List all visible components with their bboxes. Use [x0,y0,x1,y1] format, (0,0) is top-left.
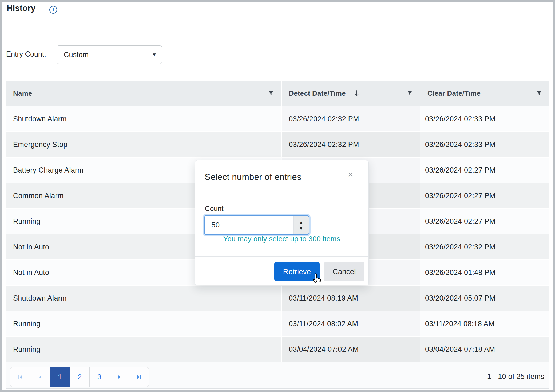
table-row: Shutdown Alarm03/11/2024 08:19 AM03/20/2… [6,285,549,311]
pagination: 1 2 3 1 - 10 of 25 items [6,362,549,389]
cell-name: Running [6,337,281,362]
info-icon[interactable]: i [49,6,57,14]
page-title: History [7,3,35,13]
chevron-down-icon: ▼ [153,52,156,57]
entry-count-value: Custom [57,51,89,59]
cell-clear: 03/26/2024 02:33 PM [420,106,549,131]
spin-up-icon[interactable]: ▲ [300,221,303,224]
column-header-detect[interactable]: Detect Date/Time [281,81,420,106]
dialog-title: Select number of entries [205,172,301,182]
cell-clear: 03/26/2024 02:27 PM [420,209,549,234]
cancel-button[interactable]: Cancel [324,262,364,281]
pager-buttons: 1 2 3 [10,367,149,387]
cell-clear: 03/04/2024 07:18 AM [420,337,549,362]
cell-name: Shutdown Alarm [6,286,281,311]
cell-clear: 03/11/2024 08:18 AM [420,311,549,336]
next-page-button[interactable] [109,367,129,387]
spin-down-icon[interactable]: ▼ [300,226,303,230]
cell-detect: 03/04/2024 07:02 AM [281,337,420,362]
retrieve-button[interactable]: Retrieve [274,262,320,281]
column-header-clear[interactable]: Clear Date/Time [420,81,549,106]
entry-count-select[interactable]: Custom ▼ [57,45,162,64]
cell-clear: 03/26/2024 02:32 PM [420,234,549,259]
count-input-wrapper: ▲ ▼ [204,215,309,235]
last-page-button[interactable] [129,367,149,387]
table-header-row: Name Detect Date/Time Clear Date/Time [6,81,549,106]
cell-clear: 03/26/2024 02:27 PM [420,158,549,183]
table-row: Running03/04/2024 07:02 AM03/04/2024 07:… [6,336,549,362]
dialog-header-divider [195,193,368,193]
cell-detect: 03/11/2024 08:02 AM [281,311,420,336]
filter-icon[interactable] [407,91,412,96]
cell-clear: 03/26/2024 01:48 PM [420,260,549,285]
count-label: Count [205,205,223,213]
entry-count-label: Entry Count: [6,50,46,58]
cell-detect: 03/26/2024 02:32 PM [281,132,420,157]
dialog-footer-divider [195,256,368,257]
items-range-summary: 1 - 10 of 25 items [487,373,544,381]
cell-name: Emergency Stop [6,132,281,157]
history-page: History i Entry Count: Custom ▼ Name Det… [0,0,555,392]
page-button-1[interactable]: 1 [50,367,70,387]
column-header-name[interactable]: Name [6,81,281,106]
table-row: Shutdown Alarm03/26/2024 02:32 PM03/26/2… [6,106,549,131]
cell-detect: 03/11/2024 08:19 AM [281,286,420,311]
cell-clear: 03/20/2024 05:07 PM [420,286,549,311]
cell-detect: 03/26/2024 02:32 PM [281,106,420,131]
cell-clear: 03/26/2024 02:27 PM [420,183,549,208]
filter-icon[interactable] [537,91,542,96]
filter-icon[interactable] [268,91,273,96]
table-row: Running03/11/2024 08:02 AM03/11/2024 08:… [6,311,549,336]
sort-desc-icon [354,90,360,97]
cell-name: Running [6,311,281,336]
number-spinner: ▲ ▼ [293,216,309,234]
cell-clear: 03/26/2024 02:33 PM [420,132,549,157]
page-button-3[interactable]: 3 [89,367,109,387]
page-button-2[interactable]: 2 [70,367,89,387]
select-entries-dialog: Select number of entries ✕ Count ▲ ▼ You… [195,160,369,285]
table-row: Emergency Stop03/26/2024 02:32 PM03/26/2… [6,131,549,157]
max-items-hint: You may only select up to 300 items [195,235,368,243]
title-divider [6,26,549,26]
previous-page-button[interactable] [30,367,50,387]
cell-name: Shutdown Alarm [6,106,281,131]
first-page-button[interactable] [10,367,30,387]
close-icon[interactable]: ✕ [347,171,354,178]
